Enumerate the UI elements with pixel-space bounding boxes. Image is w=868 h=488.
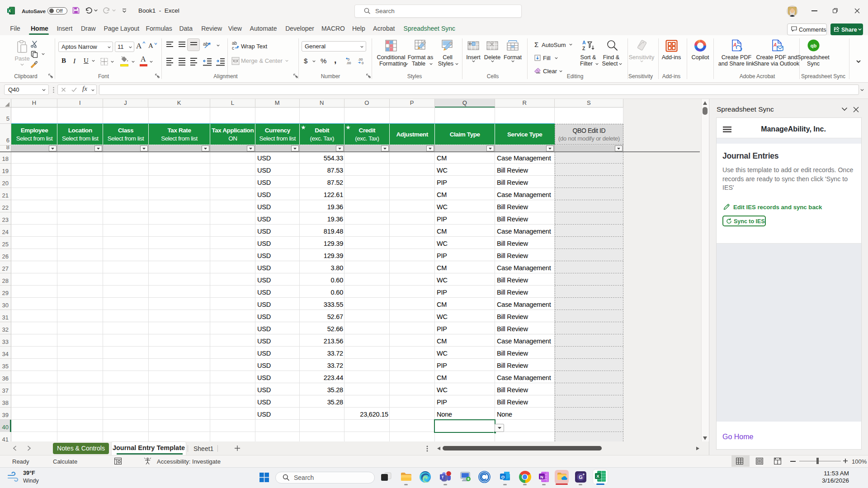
svg-text:ab: ab	[232, 41, 237, 46]
svg-text:X: X	[596, 474, 599, 479]
svg-text:N: N	[540, 474, 543, 479]
svg-text:A: A	[582, 40, 586, 45]
svg-text:Z: Z	[582, 46, 585, 51]
svg-text:T: T	[441, 475, 444, 479]
svg-text:X: X	[8, 9, 11, 13]
svg-text:c: c	[232, 46, 234, 51]
svg-text:A: A	[733, 42, 736, 47]
svg-text:A: A	[773, 42, 777, 47]
svg-text:qb: qb	[811, 43, 817, 48]
svg-text:ab: ab	[203, 41, 208, 47]
svg-text:O: O	[501, 474, 504, 479]
svg-text:G: G	[579, 474, 583, 480]
